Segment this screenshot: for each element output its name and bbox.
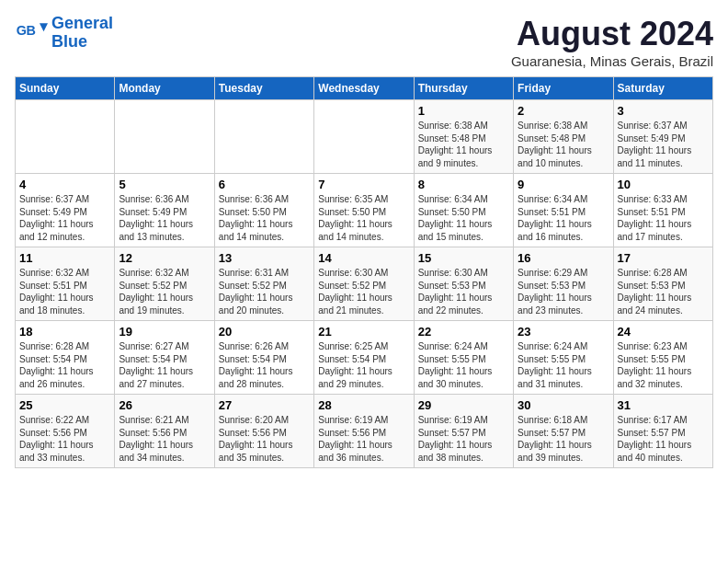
calendar-cell: 23Sunrise: 6:24 AM Sunset: 5:55 PM Dayli… [514,321,613,395]
calendar-cell: 24Sunrise: 6:23 AM Sunset: 5:55 PM Dayli… [613,321,712,395]
day-info: Sunrise: 6:36 AM Sunset: 5:49 PM Dayligh… [119,193,210,243]
calendar-week-5: 25Sunrise: 6:22 AM Sunset: 5:56 PM Dayli… [16,395,713,468]
calendar-cell: 16Sunrise: 6:29 AM Sunset: 5:53 PM Dayli… [514,247,613,321]
calendar-cell: 1Sunrise: 6:38 AM Sunset: 5:48 PM Daylig… [414,100,513,174]
page-header: G B General Blue August 2024 Guaranesia,… [15,15,713,69]
day-number: 12 [119,251,210,265]
day-info: Sunrise: 6:25 AM Sunset: 5:54 PM Dayligh… [318,340,409,390]
calendar-cell: 21Sunrise: 6:25 AM Sunset: 5:54 PM Dayli… [314,321,414,395]
calendar-cell: 30Sunrise: 6:18 AM Sunset: 5:57 PM Dayli… [514,395,613,468]
day-number: 9 [518,178,609,191]
calendar-cell [214,100,313,174]
day-info: Sunrise: 6:24 AM Sunset: 5:55 PM Dayligh… [418,340,509,390]
day-number: 3 [618,104,709,118]
logo: G B General Blue [15,15,113,52]
day-number: 20 [219,325,310,339]
calendar-cell: 25Sunrise: 6:22 AM Sunset: 5:56 PM Dayli… [16,395,115,468]
calendar-week-2: 4Sunrise: 6:37 AM Sunset: 5:49 PM Daylig… [16,174,713,247]
calendar-cell: 26Sunrise: 6:21 AM Sunset: 5:56 PM Dayli… [115,395,214,468]
weekday-header-sunday: Sunday [16,77,115,100]
day-info: Sunrise: 6:28 AM Sunset: 5:53 PM Dayligh… [618,267,709,316]
calendar-cell: 20Sunrise: 6:26 AM Sunset: 5:54 PM Dayli… [214,321,313,395]
day-info: Sunrise: 6:19 AM Sunset: 5:56 PM Dayligh… [318,414,409,464]
day-info: Sunrise: 6:18 AM Sunset: 5:57 PM Dayligh… [518,414,609,464]
calendar-cell: 8Sunrise: 6:34 AM Sunset: 5:50 PM Daylig… [414,174,513,247]
calendar-cell [16,100,115,174]
calendar-cell: 17Sunrise: 6:28 AM Sunset: 5:53 PM Dayli… [613,247,712,321]
day-number: 7 [318,178,409,191]
day-info: Sunrise: 6:17 AM Sunset: 5:57 PM Dayligh… [618,414,709,464]
day-info: Sunrise: 6:38 AM Sunset: 5:48 PM Dayligh… [518,120,609,169]
day-number: 28 [318,398,409,412]
day-number: 1 [418,104,509,118]
day-number: 14 [318,251,409,265]
day-info: Sunrise: 6:26 AM Sunset: 5:54 PM Dayligh… [219,340,310,390]
weekday-header-saturday: Saturday [613,77,712,100]
logo-icon: G B [15,17,48,50]
day-number: 6 [219,178,310,191]
day-number: 27 [219,398,310,412]
calendar-cell: 22Sunrise: 6:24 AM Sunset: 5:55 PM Dayli… [414,321,513,395]
day-info: Sunrise: 6:22 AM Sunset: 5:56 PM Dayligh… [19,414,110,464]
calendar-cell [115,100,214,174]
calendar-week-3: 11Sunrise: 6:32 AM Sunset: 5:51 PM Dayli… [16,247,713,321]
weekday-header-thursday: Thursday [414,77,513,100]
day-number: 4 [19,178,110,191]
day-info: Sunrise: 6:37 AM Sunset: 5:49 PM Dayligh… [19,193,110,243]
day-number: 25 [19,398,110,412]
day-info: Sunrise: 6:19 AM Sunset: 5:57 PM Dayligh… [418,414,509,464]
day-number: 10 [618,178,709,191]
day-info: Sunrise: 6:32 AM Sunset: 5:51 PM Dayligh… [19,267,110,316]
day-info: Sunrise: 6:29 AM Sunset: 5:53 PM Dayligh… [518,267,609,316]
calendar-cell: 7Sunrise: 6:35 AM Sunset: 5:50 PM Daylig… [314,174,414,247]
calendar-cell: 15Sunrise: 6:30 AM Sunset: 5:53 PM Dayli… [414,247,513,321]
calendar-cell: 10Sunrise: 6:33 AM Sunset: 5:51 PM Dayli… [613,174,712,247]
day-number: 26 [119,398,210,412]
title-block: August 2024 Guaranesia, Minas Gerais, Br… [511,15,713,69]
day-number: 15 [418,251,509,265]
calendar-body: 1Sunrise: 6:38 AM Sunset: 5:48 PM Daylig… [16,100,713,468]
calendar-cell: 6Sunrise: 6:36 AM Sunset: 5:50 PM Daylig… [214,174,313,247]
day-number: 30 [518,398,609,412]
calendar-cell: 4Sunrise: 6:37 AM Sunset: 5:49 PM Daylig… [16,174,115,247]
day-info: Sunrise: 6:21 AM Sunset: 5:56 PM Dayligh… [119,414,210,464]
weekday-header-row: SundayMondayTuesdayWednesdayThursdayFrid… [16,77,713,100]
calendar-cell: 3Sunrise: 6:37 AM Sunset: 5:49 PM Daylig… [613,100,712,174]
weekday-header-friday: Friday [514,77,613,100]
calendar-week-4: 18Sunrise: 6:28 AM Sunset: 5:54 PM Dayli… [16,321,713,395]
svg-marker-2 [40,23,48,31]
calendar-cell: 29Sunrise: 6:19 AM Sunset: 5:57 PM Dayli… [414,395,513,468]
weekday-header-monday: Monday [115,77,214,100]
day-info: Sunrise: 6:35 AM Sunset: 5:50 PM Dayligh… [318,193,409,243]
day-info: Sunrise: 6:33 AM Sunset: 5:51 PM Dayligh… [618,193,709,243]
day-info: Sunrise: 6:30 AM Sunset: 5:53 PM Dayligh… [418,267,509,316]
day-info: Sunrise: 6:31 AM Sunset: 5:52 PM Dayligh… [219,267,310,316]
day-info: Sunrise: 6:24 AM Sunset: 5:55 PM Dayligh… [518,340,609,390]
day-number: 17 [618,251,709,265]
svg-text:G: G [17,23,27,38]
day-number: 5 [119,178,210,191]
calendar-cell: 14Sunrise: 6:30 AM Sunset: 5:52 PM Dayli… [314,247,414,321]
calendar-cell: 28Sunrise: 6:19 AM Sunset: 5:56 PM Dayli… [314,395,414,468]
day-info: Sunrise: 6:28 AM Sunset: 5:54 PM Dayligh… [19,340,110,390]
day-number: 2 [518,104,609,118]
day-number: 11 [19,251,110,265]
day-info: Sunrise: 6:20 AM Sunset: 5:56 PM Dayligh… [219,414,310,464]
day-number: 23 [518,325,609,339]
day-info: Sunrise: 6:36 AM Sunset: 5:50 PM Dayligh… [219,193,310,243]
month-year: August 2024 [511,15,713,53]
day-number: 22 [418,325,509,339]
svg-text:B: B [27,23,36,38]
calendar-cell: 11Sunrise: 6:32 AM Sunset: 5:51 PM Dayli… [16,247,115,321]
calendar-cell: 27Sunrise: 6:20 AM Sunset: 5:56 PM Dayli… [214,395,313,468]
calendar-cell: 18Sunrise: 6:28 AM Sunset: 5:54 PM Dayli… [16,321,115,395]
day-info: Sunrise: 6:34 AM Sunset: 5:50 PM Dayligh… [418,193,509,243]
day-info: Sunrise: 6:37 AM Sunset: 5:49 PM Dayligh… [618,120,709,169]
weekday-header-wednesday: Wednesday [314,77,414,100]
day-number: 8 [418,178,509,191]
location: Guaranesia, Minas Gerais, Brazil [511,53,713,69]
day-number: 18 [19,325,110,339]
day-number: 16 [518,251,609,265]
calendar-table: SundayMondayTuesdayWednesdayThursdayFrid… [15,76,713,468]
day-info: Sunrise: 6:34 AM Sunset: 5:51 PM Dayligh… [518,193,609,243]
